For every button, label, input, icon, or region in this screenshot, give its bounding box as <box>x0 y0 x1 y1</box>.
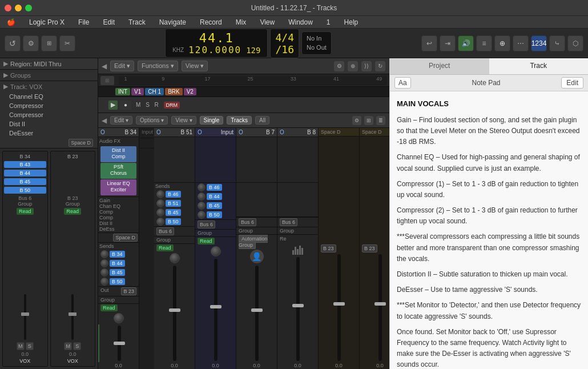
menu-window[interactable]: Window <box>286 17 315 27</box>
minimize-button[interactable] <box>15 5 22 11</box>
mixer-grid-btn[interactable]: ⊞ <box>364 115 374 126</box>
pan-2[interactable] <box>170 253 180 263</box>
badge-v1[interactable]: V1 <box>131 88 144 95</box>
ruler-settings[interactable]: ⊞ <box>100 76 114 85</box>
sk23[interactable] <box>156 208 164 216</box>
sk34[interactable] <box>198 211 206 219</box>
badge-brk[interactable]: BRK <box>165 88 183 95</box>
badge-v2[interactable]: V2 <box>184 88 196 95</box>
cycle-btn[interactable]: ↺ <box>5 35 21 51</box>
plugin-channel-eq[interactable]: Channel EQ <box>0 92 98 101</box>
solo-btn-2[interactable]: S <box>73 342 81 350</box>
send-knob-4[interactable] <box>100 278 108 286</box>
close-button[interactable] <box>5 5 11 11</box>
col5-fader[interactable] <box>277 256 318 362</box>
badge-int[interactable]: INT <box>115 88 130 95</box>
badge-ch1[interactable]: CH 1 <box>145 88 164 95</box>
fullscreen-button[interactable] <box>25 5 32 11</box>
config-btn[interactable]: ⚙ <box>333 61 345 72</box>
fader-2[interactable] <box>52 216 94 341</box>
menu-help[interactable]: Help <box>342 17 361 27</box>
nav-back[interactable]: ◀ <box>102 117 107 125</box>
rewind-btn[interactable]: ↩ <box>421 35 437 51</box>
send-b44[interactable]: B 44 <box>4 170 46 177</box>
plugin-lineareq[interactable]: Linear EQExciter <box>100 179 136 195</box>
sk24[interactable] <box>156 218 164 226</box>
bounce-btn[interactable]: ⇥ <box>440 35 456 51</box>
sk31[interactable] <box>198 183 206 191</box>
rec-track-btn[interactable]: ● <box>120 101 131 110</box>
tab-project[interactable]: Project <box>390 58 489 74</box>
auto-group-btn[interactable]: Automation Group <box>239 235 268 249</box>
groups-header[interactable]: ▶ Groups <box>0 70 98 81</box>
scissors-btn[interactable]: ✂ <box>59 35 75 51</box>
font-size-btn[interactable]: Aa <box>394 77 411 89</box>
send-b45[interactable]: B 45 <box>4 178 46 185</box>
pan-3[interactable] <box>211 246 221 256</box>
pan-knob-1[interactable] <box>114 313 124 323</box>
eq-btn[interactable]: ⊞ <box>41 35 57 51</box>
menu-view[interactable]: View <box>257 17 277 27</box>
mute-btn-1[interactable]: M <box>17 342 25 350</box>
all-tab[interactable]: All <box>255 116 269 125</box>
single-tab[interactable]: Single <box>200 116 224 125</box>
menu-logic[interactable]: Logic Pro X <box>27 17 67 27</box>
mixer-cols-btn[interactable]: ≣ <box>376 115 386 126</box>
edit-tab[interactable]: Edit ▾ <box>110 116 132 125</box>
monitor-btn[interactable]: 🔊 <box>458 35 474 51</box>
col4-fader[interactable] <box>236 264 277 362</box>
options-tab[interactable]: Options ▾ <box>136 116 168 125</box>
menu-navigate[interactable]: Navigate <box>157 17 188 27</box>
apple-menu[interactable]: 🍎 <box>5 17 18 27</box>
plugin-deesser[interactable]: DeEsser <box>0 129 98 138</box>
col2-fader[interactable] <box>154 264 195 362</box>
col7-fader[interactable] <box>360 253 389 363</box>
midi-icon[interactable]: ⊕ <box>347 61 359 72</box>
track-header-inspector[interactable]: ▶ Track: VOX <box>0 81 98 92</box>
menu-track[interactable]: Track <box>126 17 148 27</box>
menu-edit[interactable]: Edit <box>100 17 117 27</box>
plugin-dist[interactable]: Dist II <box>0 119 98 129</box>
arrow-icon[interactable]: ⟩⟩ <box>361 61 372 72</box>
send-b50[interactable]: B 50 <box>4 187 46 194</box>
edit-dropdown[interactable]: Edit ▾ <box>110 61 134 71</box>
rec-btn[interactable]: ⊕ <box>494 35 510 51</box>
loop-icon[interactable]: ↻ <box>374 61 386 72</box>
menu-mix[interactable]: Mix <box>233 17 249 27</box>
send-knob-3[interactable] <box>100 268 108 276</box>
export-btn[interactable]: ⬡ <box>567 35 583 51</box>
sk33[interactable] <box>198 202 206 210</box>
edit-notepad-btn[interactable]: Edit <box>561 77 583 89</box>
headphones-btn[interactable]: 1234 <box>531 35 547 51</box>
tab-track[interactable]: Track <box>489 58 589 74</box>
fader-1[interactable] <box>4 216 46 341</box>
tracks-tab[interactable]: Tracks <box>227 116 252 125</box>
sk32[interactable] <box>198 192 206 200</box>
menu-file[interactable]: File <box>76 17 91 27</box>
more-btn[interactable]: ⋯ <box>513 35 529 51</box>
send-knob-2[interactable] <box>100 259 108 267</box>
plugin-compressor2[interactable]: Compressor <box>0 110 98 119</box>
solo-btn-1[interactable]: S <box>26 342 34 350</box>
plugin-dist-comp[interactable]: Dist IIComp <box>100 146 136 162</box>
play-btn[interactable]: ▶ <box>108 101 118 110</box>
menu-1[interactable]: 1 <box>324 17 333 27</box>
sk22[interactable] <box>156 199 164 207</box>
col6-fader[interactable] <box>319 253 359 363</box>
menu-record[interactable]: Record <box>198 17 224 27</box>
bounce2-btn[interactable]: ⤷ <box>549 35 565 51</box>
send-knob-1[interactable] <box>100 250 108 258</box>
plugin-pshft[interactable]: PSftChorus <box>100 163 136 179</box>
send-b43[interactable]: B 43 <box>4 161 46 168</box>
settings-btn[interactable]: ⚙ <box>23 35 39 51</box>
plugin-compressor1[interactable]: Compressor <box>0 101 98 110</box>
sk21[interactable] <box>156 190 164 198</box>
view-tab[interactable]: View ▾ <box>171 116 196 125</box>
midi-btn[interactable]: ≡ <box>476 35 492 51</box>
col3-fader[interactable] <box>195 258 236 362</box>
mute-btn-2[interactable]: M <box>64 342 72 350</box>
mixer-settings-btn[interactable]: ⚙ <box>352 115 362 126</box>
view-dropdown[interactable]: View ▾ <box>182 61 208 71</box>
col1-fader[interactable] <box>98 324 139 362</box>
functions-dropdown[interactable]: Functions ▾ <box>138 61 178 71</box>
